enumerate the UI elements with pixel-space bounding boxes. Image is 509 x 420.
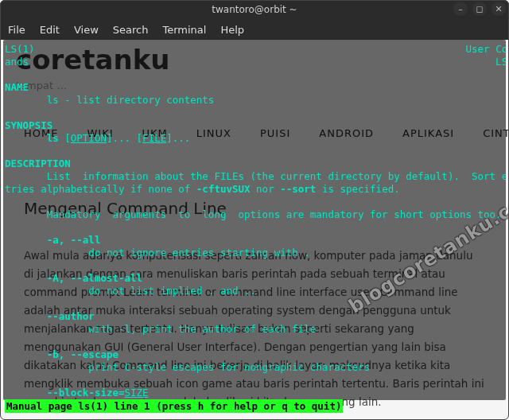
man-desc-p1b: tries alphabetically if none of (5, 183, 196, 195)
menu-search[interactable]: Search (113, 24, 149, 36)
man-synopsis-file: FILE (142, 132, 166, 144)
man-synopsis-option: OPTION (71, 132, 107, 144)
man-synopsis-cmd: ls (5, 132, 59, 144)
man-opt-block: --block-size= (5, 387, 125, 399)
man-opt-b-desc: print C-style escapes for nongraphic cha… (5, 361, 370, 373)
man-synopsis-heading: SYNOPSIS (5, 119, 52, 131)
man-desc-p1a: List information about the FILEs (the cu… (5, 170, 506, 182)
man-opt-author-desc: with -l, print the author of each file (5, 323, 316, 335)
man-opt-A-desc: do not list implied . and .. (5, 285, 256, 297)
menu-help[interactable]: Help (220, 24, 244, 36)
man-status-bar: Manual page ls(1) line 1 (press h for he… (5, 399, 343, 413)
man-name-line: ls - list directory contents (5, 94, 214, 106)
man-opt-a: -a, --all (5, 234, 100, 246)
man-header-right: User Comm (466, 43, 507, 55)
minimize-icon[interactable]: – (453, 2, 468, 16)
man-header-left: LS(1) (5, 43, 35, 55)
man-header-sub: ands (5, 56, 29, 68)
close-icon[interactable]: ✕ (492, 2, 506, 16)
man-opt-author: --author (5, 310, 95, 322)
man-desc-spec: is specified. (316, 183, 399, 195)
window-titlebar: twantoro@orbit ~ – ◻ ✕ (0, 0, 509, 19)
man-desc-sort: --sort (280, 183, 316, 195)
window-title: twantoro@orbit ~ (212, 4, 297, 15)
menu-view[interactable]: View (74, 24, 99, 36)
man-opt-block-size: SIZE (125, 387, 149, 399)
maximize-icon[interactable]: ◻ (472, 2, 487, 16)
menu-terminal[interactable]: Terminal (162, 24, 206, 36)
man-header-right2: LS(1) (495, 56, 506, 68)
menu-edit[interactable]: Edit (40, 24, 60, 36)
terminal-output[interactable]: LS(1) User Comm ands LS(1) NAME ls - lis… (3, 40, 506, 400)
man-name-heading: NAME (5, 81, 29, 93)
man-opt-A: -A, --almost-all (5, 272, 142, 284)
menubar: File Edit View Search Terminal Help (0, 19, 509, 40)
man-desc-nor: nor (251, 183, 281, 195)
man-desc-p2: Mandatory arguments to long options are … (5, 208, 502, 220)
menu-file[interactable]: File (8, 24, 25, 36)
man-description-heading: DESCRIPTION (5, 158, 71, 169)
man-opt-b: -b, --escape (5, 348, 119, 360)
man-desc-flags: -cftuvSUX (196, 183, 251, 195)
man-opt-a-desc: do not ignore entries starting with . (5, 247, 310, 259)
